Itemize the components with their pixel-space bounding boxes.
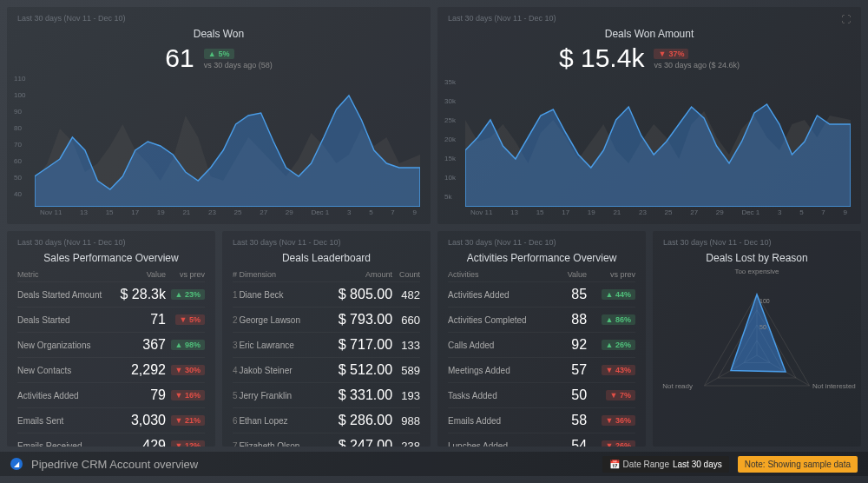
kpi-value: 61: [165, 43, 194, 73]
panel-deals-won-amount: ⛶ Last 30 days (Nov 11 - Dec 10) Deals W…: [437, 7, 861, 224]
table-row: 7Elizabeth Olson$ 247.00238: [233, 433, 420, 447]
table-row: 6Ethan Lopez$ 286.00988: [233, 408, 420, 433]
calendar-icon: 📅: [609, 460, 620, 469]
delta-badge: ▲ 5%: [204, 49, 234, 59]
table-row: Activities Added79▼ 16%: [17, 383, 205, 408]
deals-won-amount-chart: [465, 76, 851, 207]
panel-title: Deals Won: [17, 28, 420, 40]
table-row: Emails Received429▼ 12%: [17, 433, 205, 447]
period-label: Last 30 days (Nov 11 - Dec 10): [448, 14, 851, 23]
expand-icon[interactable]: ⛶: [841, 14, 851, 24]
table-row: Deals Started71▼ 5%: [17, 308, 205, 333]
panel-title: Deals Won Amount: [448, 28, 851, 40]
radar-chart: 100 50: [679, 273, 835, 420]
table-row: Tasks Added50▼ 7%: [448, 383, 635, 408]
sales-perf-table: MetricValuevs prev Deals Started Amount$…: [17, 268, 205, 447]
svg-marker-7: [731, 294, 786, 372]
sample-data-note: Note: Showing sample data: [738, 456, 858, 473]
leaderboard-table: #DimensionAmountCount 1Diane Beck$ 805.0…: [233, 268, 420, 447]
logo-icon: ◢: [10, 458, 23, 470]
table-row: Activities Completed88▲ 86%: [448, 308, 635, 333]
table-row: 5Jerry Franklin$ 331.00193: [233, 383, 420, 408]
delta-badge: ▼ 37%: [654, 49, 688, 59]
kpi-value: $ 15.4k: [559, 43, 644, 73]
table-row: New Contacts2,292▼ 30%: [17, 358, 205, 383]
activities-table: ActivitiesValuevs prev Activities Added8…: [448, 268, 635, 447]
panel-activities: Last 30 days (Nov 11 - Dec 10) Activitie…: [437, 231, 646, 447]
table-row: Calls Added92▲ 26%: [448, 333, 635, 358]
comparison-text: vs 30 days ago (58): [204, 61, 273, 69]
table-row: Activities Added85▲ 44%: [448, 282, 635, 308]
panel-leaderboard: Last 30 days (Nov 11 - Dec 10) Deals Lea…: [222, 231, 431, 447]
footer-title: Pipedrive CRM Account overview: [31, 458, 594, 471]
table-row: 1Diane Beck$ 805.00482: [233, 282, 420, 308]
footer: ◢ Pipedrive CRM Account overview 📅 Date …: [0, 452, 868, 476]
panel-radar: Last 30 days (Nov 11 - Dec 10) Deals Los…: [653, 231, 861, 447]
date-range-button[interactable]: 📅 Date Range Last 30 days: [602, 456, 729, 473]
table-row: Lunches Added54▼ 26%: [448, 433, 635, 447]
panel-deals-won: Last 30 days (Nov 11 - Dec 10) Deals Won…: [7, 7, 431, 224]
period-label: Last 30 days (Nov 11 - Dec 10): [17, 14, 420, 23]
table-row: New Organizations367▲ 98%: [17, 333, 205, 358]
comparison-text: vs 30 days ago ($ 24.6k): [654, 61, 740, 69]
x-axis: Nov 11131517192123252729Dec 13579: [17, 207, 420, 216]
table-row: Emails Sent3,030▼ 21%: [17, 408, 205, 433]
table-row: 4Jakob Steiner$ 512.00589: [233, 358, 420, 383]
table-row: Meetings Added57▼ 43%: [448, 358, 635, 383]
svg-text:100: 100: [760, 298, 770, 304]
panel-sales-performance: Last 30 days (Nov 11 - Dec 10) Sales Per…: [7, 231, 215, 447]
table-row: 2George Lawson$ 793.00660: [233, 308, 420, 333]
table-row: Emails Added58▼ 36%: [448, 408, 635, 433]
table-row: Deals Started Amount$ 28.3k▲ 23%: [17, 282, 205, 308]
deals-won-chart: [35, 76, 420, 207]
svg-text:50: 50: [760, 324, 766, 330]
x-axis: Nov 11131517192123252729Dec 13579: [448, 207, 851, 216]
table-row: 3Eric Lawrance$ 717.00133: [233, 333, 420, 358]
